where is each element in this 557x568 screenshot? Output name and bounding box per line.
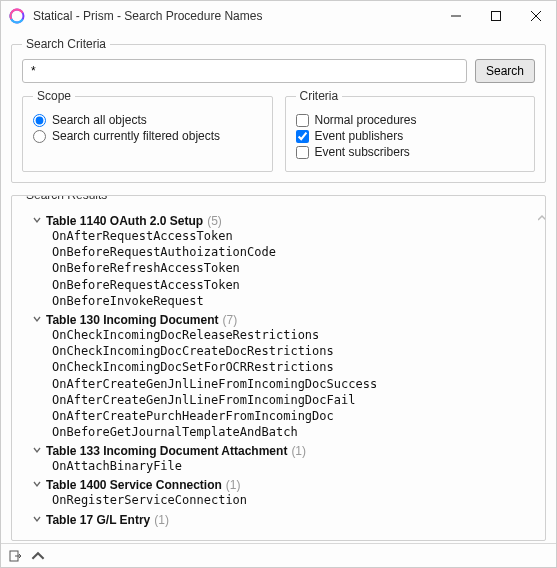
- scope-label-filtered: Search currently filtered objects: [52, 129, 220, 143]
- group-count: (1): [226, 478, 241, 492]
- criteria-option-publishers[interactable]: Event publishers: [296, 129, 525, 143]
- result-item[interactable]: OnBeforeRequestAuthoizationCode: [52, 244, 537, 260]
- result-group-header[interactable]: Table 1140 OAuth 2.0 Setup (5): [32, 214, 537, 228]
- window-title: Statical - Prism - Search Procedure Name…: [33, 9, 436, 23]
- chevron-down-icon: [32, 513, 42, 527]
- criteria-check-subscribers[interactable]: [296, 146, 309, 159]
- group-count: (7): [222, 313, 237, 327]
- collapse-up-icon[interactable]: [31, 549, 45, 563]
- search-criteria-legend: Search Criteria: [22, 37, 110, 51]
- result-item[interactable]: OnBeforeGetJournalTemplateAndBatch: [52, 424, 537, 440]
- group-title: Table 1140 OAuth 2.0 Setup: [46, 214, 203, 228]
- scope-label-all: Search all objects: [52, 113, 147, 127]
- scope-option-all[interactable]: Search all objects: [33, 113, 262, 127]
- result-group-header[interactable]: Table 1400 Service Connection (1): [32, 478, 537, 492]
- search-input[interactable]: [22, 59, 467, 83]
- result-item[interactable]: OnBeforeRequestAccessToken: [52, 277, 537, 293]
- maximize-button[interactable]: [476, 1, 516, 31]
- criteria-check-publishers[interactable]: [296, 130, 309, 143]
- scope-group: Scope Search all objects Search currentl…: [22, 89, 273, 172]
- result-item[interactable]: OnAfterRequestAccessToken: [52, 228, 537, 244]
- result-item[interactable]: OnAfterCreatePurchHeaderFromIncomingDoc: [52, 408, 537, 424]
- close-button[interactable]: [516, 1, 556, 31]
- result-item[interactable]: OnAfterCreateGenJnlLineFromIncomingDocSu…: [52, 376, 537, 392]
- result-item[interactable]: OnRegisterServiceConnection: [52, 492, 537, 508]
- scope-radio-filtered[interactable]: [33, 130, 46, 143]
- title-bar: Statical - Prism - Search Procedure Name…: [1, 1, 556, 31]
- criteria-option-normal[interactable]: Normal procedures: [296, 113, 525, 127]
- group-title: Table 133 Incoming Document Attachment: [46, 444, 287, 458]
- group-count: (1): [291, 444, 306, 458]
- criteria-legend: Criteria: [296, 89, 343, 103]
- criteria-label-normal: Normal procedures: [315, 113, 417, 127]
- group-title: Table 130 Incoming Document: [46, 313, 218, 327]
- result-item[interactable]: OnBeforeRefreshAccessToken: [52, 260, 537, 276]
- group-count: (1): [154, 513, 169, 527]
- criteria-option-subscribers[interactable]: Event subscribers: [296, 145, 525, 159]
- result-item[interactable]: OnCheckIncomingDocSetForOCRRestrictions: [52, 359, 537, 375]
- status-bar: [1, 543, 556, 567]
- result-item[interactable]: OnAttachBinaryFile: [52, 458, 537, 474]
- app-logo-icon: [9, 8, 25, 24]
- chevron-down-icon: [32, 313, 42, 327]
- result-group-header[interactable]: Table 17 G/L Entry (1): [32, 513, 537, 527]
- result-item[interactable]: OnBeforeInvokeRequest: [52, 293, 537, 309]
- svg-rect-4: [492, 12, 501, 21]
- group-title: Table 17 G/L Entry: [46, 513, 150, 527]
- criteria-group: Criteria Normal procedures Event publish…: [285, 89, 536, 172]
- result-item[interactable]: OnAfterCreateGenJnlLineFromIncomingDocFa…: [52, 392, 537, 408]
- result-group-header[interactable]: Table 133 Incoming Document Attachment (…: [32, 444, 537, 458]
- group-title: Table 1400 Service Connection: [46, 478, 222, 492]
- scroll-up-icon[interactable]: [538, 214, 543, 230]
- criteria-check-normal[interactable]: [296, 114, 309, 127]
- search-button[interactable]: Search: [475, 59, 535, 83]
- search-criteria-group: Search Criteria Search Scope Search all …: [11, 37, 546, 183]
- chevron-down-icon: [32, 478, 42, 492]
- criteria-label-subscribers: Event subscribers: [315, 145, 410, 159]
- result-item[interactable]: OnCheckIncomingDocCreateDocRestrictions: [52, 343, 537, 359]
- result-item[interactable]: OnCheckIncomingDocReleaseRestrictions: [52, 327, 537, 343]
- criteria-label-publishers: Event publishers: [315, 129, 404, 143]
- search-results-group: Search Results Table 1140 OAuth 2.0 Setu…: [11, 195, 546, 541]
- results-list[interactable]: Table 1140 OAuth 2.0 Setup (5)OnAfterReq…: [12, 196, 545, 540]
- minimize-button[interactable]: [436, 1, 476, 31]
- group-count: (5): [207, 214, 222, 228]
- scope-option-filtered[interactable]: Search currently filtered objects: [33, 129, 262, 143]
- scope-radio-all[interactable]: [33, 114, 46, 127]
- scope-legend: Scope: [33, 89, 75, 103]
- chevron-down-icon: [32, 214, 42, 228]
- chevron-down-icon: [32, 444, 42, 458]
- result-group-header[interactable]: Table 130 Incoming Document (7): [32, 313, 537, 327]
- export-icon[interactable]: [9, 549, 23, 563]
